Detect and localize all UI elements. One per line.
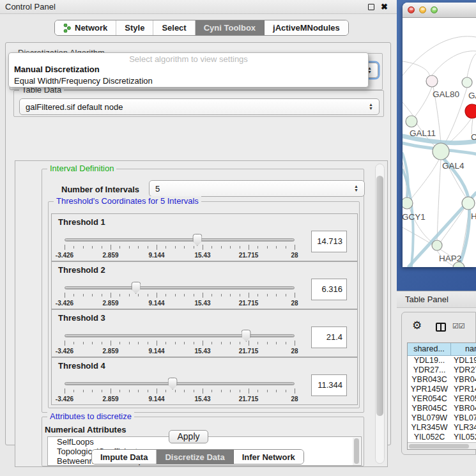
threshold-slider[interactable]: -3.4262.8599.14415.4321.71528 <box>65 382 295 404</box>
cell-name[interactable]: YBR043C <box>451 375 476 385</box>
cell-shared-name[interactable]: YIL052C <box>408 433 451 442</box>
tab-impute-data[interactable]: Impute Data <box>92 450 157 464</box>
settings-vertical-scrollbar[interactable] <box>375 164 385 464</box>
close-icon[interactable]: ✖ <box>381 2 388 12</box>
slider-track[interactable] <box>65 238 295 242</box>
network-node[interactable] <box>406 116 417 127</box>
tick-mark <box>165 294 166 296</box>
tick-mark <box>184 294 185 296</box>
slider-track[interactable] <box>65 382 295 385</box>
minimize-traffic-light-icon[interactable] <box>419 6 426 13</box>
slider-track[interactable] <box>65 286 295 289</box>
tab-network[interactable]: Network <box>55 20 116 35</box>
cell-name[interactable]: YLR345W <box>451 423 476 433</box>
cell-shared-name[interactable]: YER054C <box>408 394 451 404</box>
cell-name[interactable]: YDR27... <box>451 365 476 375</box>
tab-discretize-data[interactable]: Discretize Data <box>157 450 233 464</box>
column-header-name[interactable]: name <box>451 343 476 355</box>
cell-name[interactable]: YBR045C <box>451 404 476 413</box>
scrollbar-thumb[interactable] <box>409 444 469 449</box>
tab-jactivemnodules[interactable]: jActiveMNodules <box>265 20 348 35</box>
tick-mark <box>73 294 74 296</box>
threshold-slider[interactable]: -3.4262.8599.14415.4321.71528 <box>65 286 295 308</box>
tick-label: 15.43 <box>194 252 210 259</box>
tab-style[interactable]: Style <box>116 20 153 35</box>
columns-icon[interactable] <box>436 323 446 332</box>
tick-mark <box>175 342 176 344</box>
cell-name[interactable]: YIL052C <box>451 433 476 442</box>
table-row[interactable]: YDL19...YDL19... <box>408 356 476 365</box>
slider-ticks <box>65 293 295 298</box>
cell-shared-name[interactable]: YBL079W <box>408 413 451 423</box>
cell-name[interactable]: YPR145W <box>451 385 476 394</box>
table-data-combobox[interactable]: galFiltered.sif default node ▲▼ <box>19 98 380 115</box>
tick-label: 28 <box>291 395 298 403</box>
network-node[interactable] <box>426 75 438 87</box>
table-row[interactable]: YBR045CYBR045C <box>408 404 476 413</box>
tab-cyni-toolbox[interactable]: Cyni Toolbox <box>196 20 265 35</box>
checkboxes-icon[interactable]: ☑☑ <box>452 322 465 330</box>
column-header-shared[interactable]: shared... <box>408 343 451 355</box>
network-node[interactable] <box>433 143 449 160</box>
table-row[interactable]: YPR145WYPR145W <box>408 385 476 394</box>
table-row[interactable]: YIL052CYIL052C <box>408 433 476 442</box>
cell-name[interactable]: YBL079W <box>451 413 476 423</box>
cell-name[interactable]: YER054C <box>451 394 476 404</box>
close-traffic-light-icon[interactable] <box>408 6 415 13</box>
tick-label: -3.426 <box>56 300 73 307</box>
tick-label: 15.43 <box>194 300 210 307</box>
network-edge <box>415 87 432 117</box>
tab-select[interactable]: Select <box>153 20 195 35</box>
table-row[interactable]: YBR043CYBR043C <box>408 375 476 385</box>
threshold-value-field[interactable]: 14.713 <box>311 231 347 252</box>
tick-label: 15.43 <box>194 348 210 355</box>
threshold-slider[interactable]: -3.4262.8599.14415.4321.71528 <box>65 334 295 356</box>
scrollbar-thumb[interactable] <box>376 176 383 416</box>
threshold-value-field[interactable]: 21.4 <box>311 326 347 348</box>
gear-icon[interactable]: ⚙ <box>412 319 422 332</box>
table-row[interactable]: YBL079WYBL079W <box>408 413 476 423</box>
network-node[interactable] <box>465 104 476 118</box>
threshold-label: Threshold 3 <box>58 313 105 323</box>
apply-button[interactable]: Apply <box>169 430 208 443</box>
table-row[interactable]: YER054CYER054C <box>408 394 476 404</box>
table-panel-title: Table Panel <box>405 295 449 304</box>
float-window-icon[interactable] <box>368 4 374 10</box>
tick-mark <box>73 246 74 249</box>
cell-shared-name[interactable]: YDL19... <box>408 356 451 365</box>
network-window-titlebar[interactable] <box>403 3 476 18</box>
cell-shared-name[interactable]: YDR27... <box>408 365 451 375</box>
network-canvas[interactable]: GAL80GACGAL11GAL4GCY1HHAP2 <box>403 18 476 267</box>
zoom-traffic-light-icon[interactable] <box>431 6 438 13</box>
threshold-value-field[interactable]: 6.316 <box>311 279 347 300</box>
network-node[interactable] <box>462 77 472 88</box>
network-view-window[interactable]: GAL80GACGAL11GAL4GCY1HHAP2 <box>403 3 476 267</box>
network-node[interactable] <box>432 240 442 250</box>
tab-cyni-toolbox-label: Cyni Toolbox <box>204 23 256 33</box>
slider-track[interactable] <box>65 334 295 337</box>
network-node[interactable] <box>462 197 475 210</box>
table-row[interactable]: YDR27...YDR27... <box>408 365 476 375</box>
algorithm-option-equal-width[interactable]: Equal Width/Frequency Discretization <box>9 75 368 87</box>
tick-mark <box>138 294 139 296</box>
tab-infer-network[interactable]: Infer Network <box>234 450 303 464</box>
threshold-slider[interactable]: -3.4262.8599.14415.4321.71528 <box>65 238 295 260</box>
table-horizontal-scrollbar[interactable] <box>408 442 476 449</box>
thresholds-group: Threshold's Coordinates for 5 Intervals … <box>48 201 360 408</box>
algorithm-option-manual[interactable]: Manual Discretization <box>9 64 368 75</box>
cell-shared-name[interactable]: YBR045C <box>408 404 451 413</box>
tick-mark <box>184 246 185 249</box>
network-node[interactable] <box>403 197 413 209</box>
cell-name[interactable]: YDL19... <box>451 356 476 365</box>
tick-mark <box>240 294 240 296</box>
scrollbar-thumb[interactable] <box>354 438 359 464</box>
cell-shared-name[interactable]: YPR145W <box>408 385 451 394</box>
threshold-value-field[interactable]: 11.344 <box>311 374 347 396</box>
cell-shared-name[interactable]: YLR345W <box>408 423 451 433</box>
tick-mark <box>267 246 268 249</box>
number-of-intervals-combobox[interactable]: 5 ▲▼ <box>149 180 365 197</box>
table-row[interactable]: YLR345WYLR345W <box>408 423 476 433</box>
attributes-list-scrollbar[interactable] <box>353 438 360 465</box>
cell-shared-name[interactable]: YBR043C <box>408 375 451 385</box>
algorithm-placeholder-item[interactable]: Select algorithm to view settings <box>9 53 368 64</box>
